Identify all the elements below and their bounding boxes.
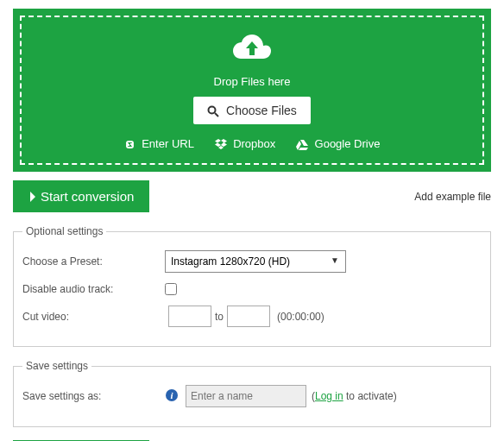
gdrive-label: Google Drive <box>315 137 381 150</box>
enter-url-button[interactable]: Enter URL <box>124 137 194 150</box>
save-name-input <box>186 385 306 407</box>
start-label: Start conversion <box>41 189 134 204</box>
login-text: (Log in to activate) <box>312 390 397 402</box>
search-icon <box>207 105 219 117</box>
start-conversion-button-top[interactable]: Start conversion <box>13 180 149 212</box>
svg-line-1 <box>215 113 218 117</box>
drop-zone[interactable]: Drop Files here Choose Files Enter URL D… <box>20 16 484 165</box>
save-label: Save settings as: <box>22 390 165 402</box>
gdrive-button[interactable]: Google Drive <box>296 137 381 150</box>
svg-point-0 <box>209 107 216 114</box>
cut-start-input[interactable] <box>168 306 211 327</box>
upload-area: Drop Files here Choose Files Enter URL D… <box>13 9 491 172</box>
cut-hint: (00:00:00) <box>277 311 324 323</box>
info-icon[interactable]: i <box>165 388 179 405</box>
login-suffix: to activate) <box>343 390 397 402</box>
action-row-top: Start conversion Add example file <box>13 180 491 212</box>
cut-end-input[interactable] <box>227 306 270 327</box>
optional-settings-fieldset: Optional settings Choose a Preset: Insta… <box>13 225 491 347</box>
alt-sources: Enter URL Dropbox Google Drive <box>30 137 474 150</box>
save-legend: Save settings <box>22 360 91 372</box>
cut-video-label: Cut video: <box>22 311 165 323</box>
preset-select[interactable]: Instagram 1280x720 (HD) <box>165 250 346 273</box>
enter-url-label: Enter URL <box>142 137 194 150</box>
chevron-right-icon <box>28 191 37 203</box>
choose-files-button[interactable]: Choose Files <box>193 97 311 124</box>
preset-label: Choose a Preset: <box>22 255 165 268</box>
save-row: Save settings as: i (Log in to activate) <box>22 385 482 407</box>
disable-audio-row: Disable audio track: <box>22 283 482 295</box>
choose-files-label: Choose Files <box>226 104 297 117</box>
dropbox-icon <box>215 139 227 150</box>
cut-to-text: to <box>215 311 224 323</box>
save-settings-fieldset: Save settings Save settings as: i (Log i… <box>13 360 491 427</box>
gdrive-icon <box>296 140 308 150</box>
login-link[interactable]: Log in <box>315 390 343 402</box>
link-icon <box>124 139 135 150</box>
dropbox-button[interactable]: Dropbox <box>215 137 276 150</box>
disable-audio-label: Disable audio track: <box>22 283 165 295</box>
drop-text: Drop Files here <box>30 75 474 88</box>
cloud-upload-icon <box>233 35 271 66</box>
add-example-file-link[interactable]: Add example file <box>414 191 491 203</box>
optional-legend: Optional settings <box>22 225 106 237</box>
preset-row: Choose a Preset: Instagram 1280x720 (HD) <box>22 250 482 273</box>
cut-video-row: Cut video: to (00:00:00) <box>22 306 482 327</box>
dropbox-label: Dropbox <box>233 137 275 150</box>
disable-audio-checkbox[interactable] <box>165 283 177 295</box>
